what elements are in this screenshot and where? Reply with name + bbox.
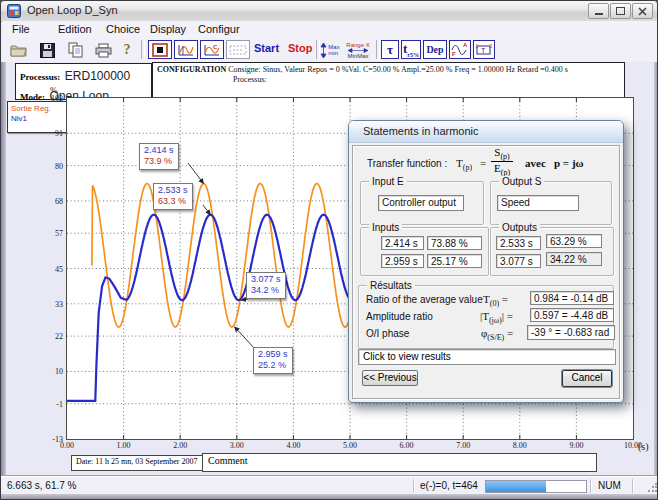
disabled-plot-icon [229,44,247,56]
menu-configur[interactable]: Configur [194,23,244,35]
maximize-icon [616,7,625,15]
toolbar: ? C Start Stop M [2,38,658,63]
legend-sortie-reg: Sortie Reg. [8,102,66,113]
window-frame-left [1,62,6,476]
tf-fraction: S(p) E(p) [491,146,513,177]
menu-edition[interactable]: Edition [54,23,96,35]
output-value-2[interactable]: 34.22 % [546,252,602,266]
dialog-titlebar[interactable]: Statements in harmonic [349,121,623,143]
svg-text:F: F [452,51,456,57]
start-button[interactable]: Start [254,42,279,54]
input-value-1[interactable]: 73.88 % [427,236,482,250]
output-s-label: Output S [499,176,544,187]
scale-y-maxmin-button[interactable]: Max min [319,40,341,60]
app-window: Open Loop D_Syn File Edition Choice Disp… [0,0,658,500]
copy-button[interactable] [64,40,86,60]
window-frame-right [654,62,658,476]
copy-icon [68,42,83,58]
click-to-view-results-bar[interactable]: Click to view results [358,349,616,365]
vertical-arrows-icon [320,42,327,59]
svg-text:1: 1 [476,43,479,49]
comment-field[interactable]: Comment [202,453,597,472]
previous-button[interactable]: << Previous [362,370,418,386]
range-x-button[interactable]: Range X MinMax [343,40,373,60]
phase-symbol: φ(S/E) = [481,327,513,342]
t0-symbol: T(0) = [483,293,508,308]
statusbar: 6.663 s, 61.7 % e(-)=0, t=464 NUM [1,476,658,495]
input-time-1[interactable]: 2.414 s [381,236,424,250]
x-axis-unit: (s) [638,441,649,452]
amplitude-ratio-field[interactable]: 0.597 = -4.48 dB [530,308,614,322]
marker-callout-3: 3.077 s 34.2 % [246,272,286,299]
output-time-2[interactable]: 3.077 s [496,254,541,268]
outputs-label: Outputs [499,222,540,233]
display-mode-3-button[interactable]: C [200,40,224,59]
svg-text:C: C [213,44,218,50]
display-mode-4-button[interactable] [226,40,250,59]
menu-choice[interactable]: Choice [102,23,144,35]
input-time-2[interactable]: 2.959 s [381,254,424,268]
tjw-symbol: |T(jω)| = [480,310,513,325]
output-time-1[interactable]: 2.533 s [496,236,541,250]
resize-grip[interactable] [647,483,657,493]
square-plot-icon [152,43,168,57]
svg-text:A: A [463,42,468,48]
marker-callout-4: 2.959 s 25.2 % [253,347,293,374]
help-button[interactable]: ? [120,40,134,60]
svg-text:T: T [481,47,486,54]
phase-value-field[interactable]: -39 ° = -0.683 rad [527,325,615,340]
amplitude-frequency-button[interactable]: A F [449,40,471,59]
maximize-button[interactable] [610,3,631,19]
open-button[interactable] [8,40,30,60]
titlebar[interactable]: Open Loop D_Syn [1,1,657,22]
help-icon: ? [124,42,131,58]
results-label: Résultats [367,280,415,291]
window-frame-bottom [1,494,658,500]
configuration-processus: Processus: [157,75,624,85]
minmax-label: MinMax [347,53,368,59]
min-label: min [328,50,339,56]
output-value-1[interactable]: 63.29 % [546,234,602,248]
close-icon [638,7,647,16]
period-box-icon: 12 T [475,43,493,57]
chart-legend: Sortie Reg. Niv1 [7,101,67,133]
input-e-field[interactable]: Controller output [378,195,464,211]
input-e-group: Input E Controller output [360,181,484,225]
display-mode-1-button[interactable] [148,40,172,59]
output-s-group: Output S Speed [490,181,612,225]
save-button[interactable] [36,40,58,60]
num-lock-indicator: NUM [598,480,621,491]
step-response-icon [177,43,195,57]
tr5-label: tr5% [403,41,419,58]
status-time-value: 6.663 s, 61.7 % [7,480,77,491]
period-measure-button[interactable]: 12 T [473,40,495,59]
amplitude-ratio-label: Amplitude ratio [366,311,433,322]
t0-value-field[interactable]: 0.984 = -0.14 dB [530,291,614,305]
outputs-group: Outputs 2.533 s 63.29 % 3.077 s 34.22 % [490,227,614,276]
svg-text:2: 2 [490,43,493,49]
dep-button[interactable]: Dep [423,40,447,59]
tau-button[interactable]: τ [381,40,399,59]
menubar: File Edition Choice Display Configur [2,21,658,39]
response-time-button[interactable]: tr5% [401,40,421,59]
cancel-button[interactable]: Cancel [562,370,612,387]
print-button[interactable] [92,40,114,60]
process-value: ERD100000 [65,69,130,83]
process-label: Processus: [20,72,60,82]
results-group: Résultats Ratio of the average value T(0… [358,285,614,349]
close-button[interactable] [632,3,653,19]
dialog-title: Statements in harmonic [363,125,479,137]
printer-icon [95,43,112,58]
input-value-2[interactable]: 25.17 % [427,254,482,268]
menu-display[interactable]: Display [146,23,190,35]
output-s-field[interactable]: Speed [497,195,579,211]
toolbar-separator [376,40,380,59]
minimize-button[interactable] [588,3,609,19]
tf-symbol: T(p) [456,157,472,172]
stop-button[interactable]: Stop [288,42,312,54]
sine-plot-icon: C [203,43,221,57]
sine-af-icon: A F [451,42,469,57]
input-e-label: Input E [369,176,407,187]
menu-file[interactable]: File [8,23,34,35]
display-mode-2-button[interactable] [174,40,198,59]
